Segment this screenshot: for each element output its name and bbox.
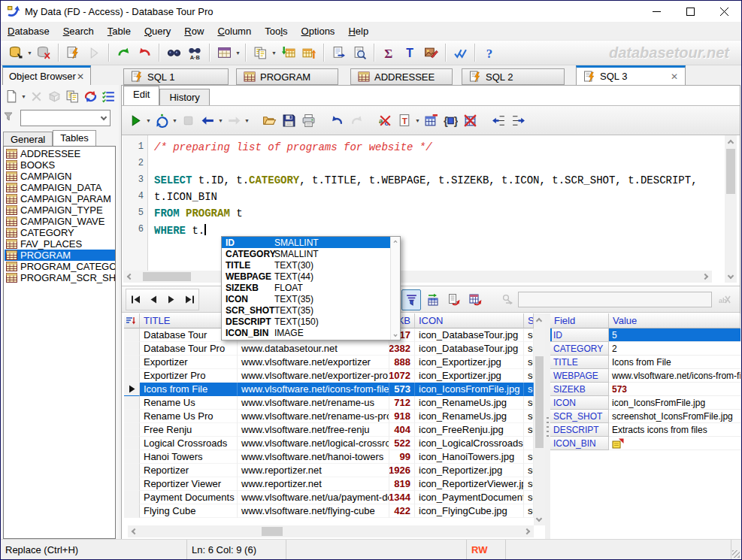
grid-cell[interactable]: Payment Documents Plus xyxy=(140,491,238,504)
nav-first-button[interactable] xyxy=(128,290,144,309)
record-value-webpage[interactable]: www.vlsoftware.net/icons-from-file xyxy=(609,369,740,383)
autocomplete-item-category[interactable]: CATEGORYSMALLINT xyxy=(222,248,400,259)
menu-query[interactable]: Query xyxy=(138,23,177,39)
sql-editor-button[interactable] xyxy=(62,42,83,63)
db-open-button[interactable] xyxy=(5,42,26,63)
record-value-icon[interactable]: icon_IconsFromFile.jpg xyxy=(609,396,740,410)
grid-cell[interactable]: icon_IconsFromFile.jpg xyxy=(415,383,524,396)
grid-cell[interactable]: sc xyxy=(524,328,534,342)
resize-grip[interactable] xyxy=(732,550,740,558)
grid-cell[interactable]: icon_ReportizerViewer.jpg xyxy=(415,477,524,491)
grid-cell[interactable]: www.vlsoftware.net/free-renju xyxy=(238,423,389,437)
grid-cell[interactable]: Database Tour Pro xyxy=(140,342,238,356)
record-value-title[interactable]: Icons from File xyxy=(609,356,740,369)
record-field-title[interactable]: TITLE xyxy=(550,356,609,369)
grid-cell[interactable]: sc xyxy=(524,504,534,518)
record-field-category[interactable]: CATEGORY xyxy=(550,342,609,356)
autocomplete-item-descript[interactable]: DESCRIPTTEXT(150) xyxy=(222,316,400,327)
filter-combobox[interactable] xyxy=(20,110,111,126)
menu-tools[interactable]: Tools xyxy=(258,23,294,39)
autocomplete-item-icon_bin[interactable]: ICON_BINIMAGE xyxy=(222,327,400,338)
grid-cell[interactable]: Reportizer xyxy=(140,464,238,477)
menu-column[interactable]: Column xyxy=(210,23,258,39)
table-item-campaign_wave[interactable]: CAMPAIGN_WAVE xyxy=(5,216,115,227)
grid-cell[interactable]: www.databasetour.net xyxy=(238,342,389,356)
table-item-books[interactable]: BOOKS xyxy=(5,159,115,171)
table-item-program[interactable]: PROGRAM xyxy=(5,250,115,261)
editor-vscrollbar[interactable] xyxy=(725,135,737,283)
grid-cell[interactable]: www.reportizer.net xyxy=(238,464,389,477)
checklist-blue-button[interactable] xyxy=(99,87,117,105)
tab-program[interactable]: PROGRAM xyxy=(236,68,338,85)
record-value-icon_bin[interactable] xyxy=(609,437,740,450)
printer-button[interactable] xyxy=(298,109,318,132)
grid-cell[interactable]: 573 xyxy=(389,383,415,396)
indent-left-button[interactable] xyxy=(489,109,508,132)
minimize-button[interactable] xyxy=(640,1,674,22)
autocomplete-item-id[interactable]: IDSMALLINT xyxy=(222,237,400,248)
autocomplete-item-scr_shot[interactable]: SCR_SHOTTEXT(35) xyxy=(222,304,400,316)
grid-cell[interactable]: www.vlsoftware.net/rename-us-pro xyxy=(238,410,389,423)
floppy-button[interactable] xyxy=(279,109,298,132)
find-replace-button[interactable]: A·B xyxy=(184,42,205,63)
help-button[interactable]: ? xyxy=(479,42,500,63)
grid-cell[interactable]: 1072 xyxy=(389,369,415,383)
run-green-dropdown[interactable]: ▼ xyxy=(145,110,152,131)
column-header-icon[interactable]: ICON xyxy=(415,313,524,328)
grid-cell[interactable]: icon_Reportizer.jpg xyxy=(415,464,524,477)
autocomplete-item-icon[interactable]: ICONTEXT(35) xyxy=(222,293,400,304)
grid-cell[interactable]: 918 xyxy=(389,410,415,423)
record-field-webpage[interactable]: WEBPAGE xyxy=(550,369,609,383)
grid-cell[interactable]: 2382 xyxy=(389,342,415,356)
grid-cell[interactable]: 1344 xyxy=(389,491,415,504)
grid-cell[interactable]: icon_RenameUs.jpg xyxy=(415,410,524,423)
grid-cell[interactable]: sc xyxy=(524,450,534,464)
tab-addressee[interactable]: ADDRESSEE xyxy=(350,68,453,85)
record-value-scr_shot[interactable]: screenshot_IconsFromFile.jpg xyxy=(609,410,740,423)
grid-cell[interactable]: 819 xyxy=(389,477,415,491)
grid-cell[interactable]: icon_Exportizer.jpg xyxy=(415,356,524,369)
menu-database[interactable]: Database xyxy=(1,23,56,39)
case-sensitive-icon[interactable]: ab xyxy=(715,289,734,310)
grid-cell[interactable]: 404 xyxy=(389,423,415,437)
grid-cell[interactable]: Rename Us Pro xyxy=(140,410,238,423)
grid-cell[interactable]: Logical Crossroads xyxy=(140,437,238,450)
run-green-button[interactable] xyxy=(126,109,145,132)
grid-cell[interactable]: www.vlsoftware.net/logical-crossroads xyxy=(238,437,389,450)
record-field-descript[interactable]: DESCRIPT xyxy=(550,423,609,437)
panel-splitter[interactable] xyxy=(545,313,550,540)
export-file-button[interactable] xyxy=(328,42,349,63)
grid-cell[interactable]: Icons from File xyxy=(140,383,238,396)
sigma-button[interactable]: Σ xyxy=(378,42,399,63)
close-tab-icon[interactable]: ✕ xyxy=(671,71,678,82)
grid-cell[interactable]: icon_FlyingCube.jpg xyxy=(415,504,524,518)
convert-table-button[interactable] xyxy=(423,289,443,310)
grid-cell[interactable]: icon_RenameUs.jpg xyxy=(415,396,524,410)
grid-cell[interactable]: www.vlsoftware.net/icons-from-file xyxy=(238,383,389,396)
grid-cell[interactable]: 99 xyxy=(389,450,415,464)
table-item-campaign_type[interactable]: CAMPAIGN_TYPE xyxy=(5,204,115,216)
tab-sql-1[interactable]: SQL 1 xyxy=(123,68,229,85)
table-item-addressee[interactable]: ADDRESSEE xyxy=(5,148,115,159)
record-value-category[interactable]: 2 xyxy=(609,342,740,356)
grid-cell[interactable]: Hanoi Towers xyxy=(140,450,238,464)
grid-view-dropdown[interactable]: ▼ xyxy=(235,42,241,63)
column-header-sc[interactable]: SC xyxy=(524,313,534,328)
new-doc-button[interactable] xyxy=(2,87,20,105)
find-button[interactable] xyxy=(163,42,184,63)
maximize-button[interactable] xyxy=(674,1,707,22)
close-tab-icon[interactable]: ✕ xyxy=(77,71,84,82)
table-item-campaign[interactable]: CAMPAIGN xyxy=(5,171,115,182)
sidebar-tab-tables[interactable]: Tables xyxy=(53,130,96,146)
grid-cell[interactable]: icon_LogicalCrossroads.jpg xyxy=(415,437,524,450)
redo-green-button[interactable] xyxy=(113,42,134,63)
table-item-program_category[interactable]: PROGRAM_CATEGORY xyxy=(5,261,115,272)
table-minus-button[interactable] xyxy=(421,109,441,132)
export-document-button[interactable] xyxy=(444,289,464,310)
sidebar-tab-general[interactable]: General xyxy=(3,132,53,146)
grid-cell[interactable]: 712 xyxy=(389,396,415,410)
doc-T-button[interactable]: T xyxy=(395,109,414,132)
grid-cell[interactable]: Free Renju xyxy=(140,423,238,437)
arrow-left-blue-dropdown[interactable]: ▼ xyxy=(217,110,224,131)
copy-data-dropdown[interactable]: ▼ xyxy=(271,42,277,63)
